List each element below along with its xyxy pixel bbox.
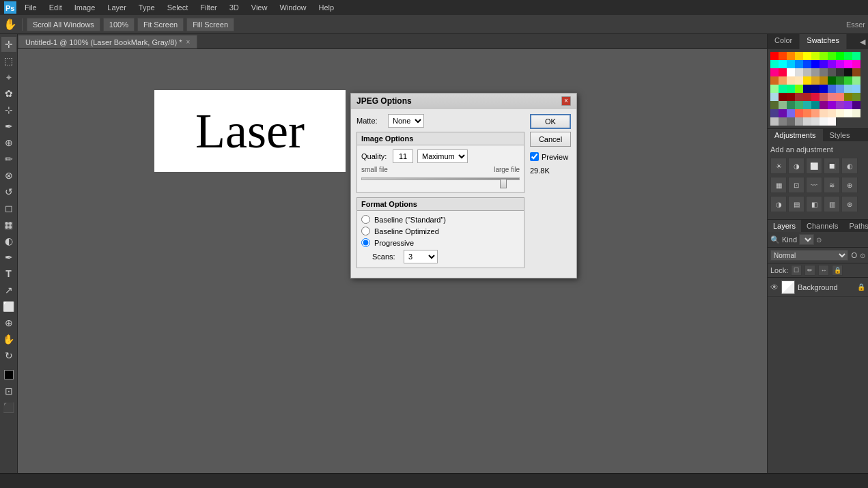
swatch-color[interactable] — [828, 85, 836, 93]
tab-paths[interactable]: Paths — [844, 220, 868, 232]
adj-threshold-icon[interactable]: ◧ — [806, 196, 822, 212]
swatch-color[interactable] — [779, 109, 787, 117]
swatch-color[interactable] — [844, 76, 852, 85]
swatch-color[interactable] — [820, 109, 828, 117]
swatch-color[interactable] — [811, 68, 820, 76]
gradient-tool-icon[interactable]: ▦ — [1, 217, 16, 232]
swatch-color[interactable] — [803, 109, 811, 117]
adj-bw-icon[interactable]: 〰 — [806, 177, 822, 193]
swatch-color[interactable] — [803, 117, 811, 126]
swatch-color[interactable] — [787, 93, 795, 101]
swatch-color[interactable] — [852, 76, 860, 85]
adj-hsl-icon[interactable]: ▦ — [770, 177, 787, 193]
fg-bg-colors-icon[interactable] — [1, 367, 16, 382]
swatch-color[interactable] — [770, 76, 779, 85]
swatch-color[interactable] — [803, 101, 811, 109]
swatch-color[interactable] — [770, 109, 779, 117]
tab-swatches[interactable]: Swatches — [800, 34, 847, 49]
swatch-color[interactable] — [852, 60, 860, 68]
swatch-color[interactable] — [795, 101, 803, 109]
lasso-tool-icon[interactable]: ⌖ — [1, 70, 16, 85]
quick-select-tool-icon[interactable]: ✿ — [1, 86, 16, 101]
menu-filter[interactable]: Filter — [195, 2, 222, 13]
path-select-icon[interactable]: ↗ — [1, 283, 16, 298]
crop-tool-icon[interactable]: ⊹ — [1, 102, 16, 117]
swatch-color[interactable] — [779, 60, 787, 68]
rotate-view-icon[interactable]: ↻ — [1, 348, 16, 363]
adj-posterize-icon[interactable]: ▤ — [788, 196, 804, 212]
menu-layer[interactable]: Layer — [102, 2, 132, 13]
menu-help[interactable]: Help — [313, 2, 340, 13]
swatch-color[interactable] — [779, 93, 787, 101]
zoom-tool-icon[interactable]: ⊕ — [1, 315, 16, 330]
history-brush-icon[interactable]: ↺ — [1, 184, 16, 199]
swatch-color[interactable] — [836, 93, 844, 101]
swatch-color[interactable] — [770, 52, 779, 60]
layer-row-background[interactable]: 👁 Background 🔒 — [768, 278, 868, 297]
swatch-color[interactable] — [787, 101, 795, 109]
layers-kind-dropdown[interactable] — [799, 234, 814, 245]
eraser-tool-icon[interactable]: ◻ — [1, 201, 16, 216]
adj-photo-filter-icon[interactable]: ≋ — [824, 177, 840, 193]
swatch-color[interactable] — [811, 93, 820, 101]
swatch-color[interactable] — [820, 117, 828, 126]
swatch-color[interactable] — [820, 85, 828, 93]
marquee-tool-icon[interactable]: ⬚ — [1, 53, 16, 68]
swatch-color[interactable] — [811, 60, 820, 68]
lock-transparent-button[interactable]: ☐ — [791, 265, 802, 276]
adj-brightness-icon[interactable]: ☀ — [770, 158, 787, 174]
swatch-color[interactable] — [803, 68, 811, 76]
swatch-color[interactable] — [795, 60, 803, 68]
opacity-options[interactable]: ⊙ — [860, 252, 865, 259]
swatch-color[interactable] — [820, 68, 828, 76]
hand-tool-icon[interactable]: ✋ — [3, 17, 18, 32]
swatch-color[interactable] — [770, 68, 779, 76]
swatch-color[interactable] — [811, 117, 820, 126]
baseline-optimized-radio[interactable] — [361, 227, 370, 235]
swatch-color[interactable] — [795, 85, 803, 93]
swatch-color[interactable] — [820, 93, 828, 101]
tab-color[interactable]: Color — [768, 34, 800, 49]
swatch-color[interactable] — [828, 101, 836, 109]
tab-layers[interactable]: Layers — [768, 220, 801, 232]
fill-screen-button[interactable]: Fill Screen — [186, 18, 234, 31]
move-tool-icon[interactable]: ✛ — [1, 37, 16, 52]
quality-slider-thumb[interactable] — [500, 179, 507, 188]
preview-checkbox[interactable] — [530, 152, 539, 161]
adj-vibrance-icon[interactable]: ◐ — [841, 158, 858, 174]
swatch-color[interactable] — [811, 52, 820, 60]
menu-window[interactable]: Window — [274, 2, 311, 13]
swatch-color[interactable] — [779, 68, 787, 76]
adj-color-balance-icon[interactable]: ⊡ — [788, 177, 804, 193]
dialog-close-button[interactable]: × — [561, 96, 571, 106]
swatch-color[interactable] — [844, 109, 852, 117]
quick-mask-icon[interactable]: ⊡ — [1, 384, 16, 399]
swatch-color[interactable] — [795, 52, 803, 60]
quality-input[interactable] — [393, 149, 413, 163]
swatch-color[interactable] — [787, 85, 795, 93]
menu-select[interactable]: Select — [162, 2, 194, 13]
lock-position-button[interactable]: ↔ — [818, 265, 829, 276]
swatch-color[interactable] — [803, 85, 811, 93]
baseline-optimized-label[interactable]: Baseline Optimized — [374, 227, 439, 235]
lock-paint-button[interactable]: ✏ — [804, 265, 815, 276]
tab-close-button[interactable]: × — [186, 38, 190, 46]
swatch-color[interactable] — [828, 109, 836, 117]
lock-all-button[interactable]: 🔒 — [832, 265, 843, 276]
swatch-color[interactable] — [820, 76, 828, 85]
swatch-color[interactable] — [852, 85, 860, 93]
swatch-color[interactable] — [803, 76, 811, 85]
swatch-color[interactable] — [779, 76, 787, 85]
swatch-color[interactable] — [803, 52, 811, 60]
menu-type[interactable]: Type — [133, 2, 160, 13]
layers-blend-mode-dropdown[interactable]: Normal — [770, 250, 848, 261]
swatch-color[interactable] — [779, 117, 787, 126]
ok-button[interactable]: OK — [530, 114, 571, 129]
swatch-color[interactable] — [852, 93, 860, 101]
swatch-color[interactable] — [820, 52, 828, 60]
swatch-color[interactable] — [803, 93, 811, 101]
panel-collapse-icon[interactable]: ◀ — [860, 38, 865, 46]
swatch-color[interactable] — [844, 52, 852, 60]
brush-tool-icon[interactable]: ✏ — [1, 152, 16, 167]
swatch-color[interactable] — [795, 68, 803, 76]
